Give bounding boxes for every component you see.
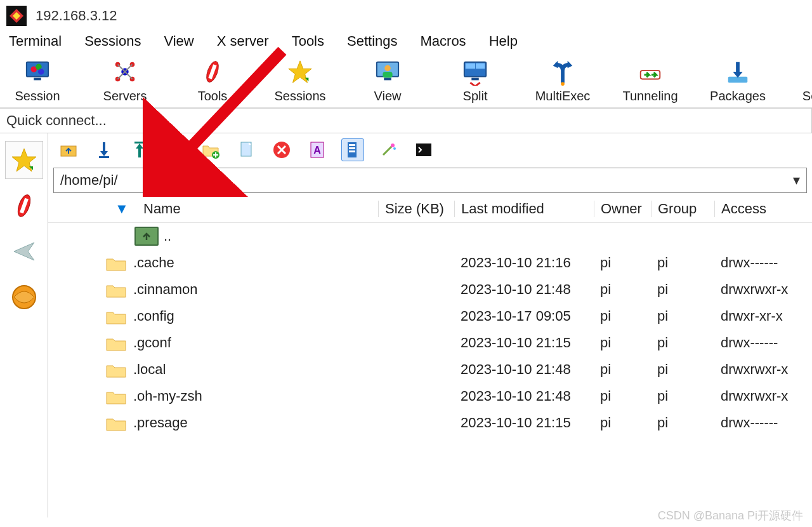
ft-font-file[interactable]: A xyxy=(306,138,329,161)
folder-icon xyxy=(105,414,127,432)
svg-point-58 xyxy=(391,143,395,147)
svg-marker-43 xyxy=(136,143,143,149)
toolbar-multiexec[interactable]: MultiExec xyxy=(538,58,587,103)
file-row[interactable]: .gconf 2023-10-10 21:15 pi pi drwx------ xyxy=(48,330,812,356)
svg-rect-44 xyxy=(134,142,145,143)
ft-delete-red[interactable] xyxy=(270,138,293,161)
star-yellow-icon xyxy=(287,58,313,85)
col-owner[interactable]: Owner xyxy=(594,201,651,217)
nodes-icon xyxy=(112,58,138,85)
folder-icon xyxy=(105,307,127,325)
terminal-icon xyxy=(414,140,434,160)
toolbar-sessions[interactable]: Sessions xyxy=(275,58,325,103)
svg-text:A: A xyxy=(313,145,321,156)
svg-point-45 xyxy=(167,142,183,157)
file-row[interactable]: .oh-my-zsh 2023-10-10 21:48 pi pi drwxrw… xyxy=(48,383,812,410)
menu-view[interactable]: View xyxy=(164,33,193,50)
properties-icon xyxy=(343,140,363,160)
menu-terminal[interactable]: Terminal xyxy=(9,33,62,50)
toolbar-split[interactable]: Split xyxy=(450,58,500,103)
ft-upload-teal[interactable] xyxy=(128,138,151,161)
folder-icon xyxy=(105,254,127,272)
parent-dir-row[interactable]: .. xyxy=(48,227,812,246)
file-row[interactable]: .config 2023-10-17 09:05 pi pi drwxr-xr-… xyxy=(48,303,812,330)
split-blue-icon xyxy=(462,58,488,85)
refresh-green-icon xyxy=(165,140,185,160)
up-folder-icon xyxy=(134,227,159,246)
menu-tools[interactable]: Tools xyxy=(292,33,324,50)
file-row[interactable]: .local 2023-10-10 21:48 pi pi drwxrwxr-x xyxy=(48,356,812,383)
file-row[interactable]: .cinnamon 2023-10-10 21:48 pi pi drwxrwx… xyxy=(48,276,812,303)
path-bar[interactable]: /home/pi/ ▾ xyxy=(53,168,807,193)
menu-sessions[interactable]: Sessions xyxy=(84,33,141,50)
ft-properties[interactable] xyxy=(341,138,364,161)
chevron-down-icon[interactable]: ▾ xyxy=(793,172,800,189)
download-blue-icon xyxy=(94,140,114,160)
ft-up-folder[interactable] xyxy=(57,138,80,161)
toolbar-tools[interactable]: Tools xyxy=(188,58,237,103)
col-modified[interactable]: Last modified xyxy=(454,201,594,217)
side-globe-orange[interactable] xyxy=(5,278,43,316)
svg-rect-55 xyxy=(349,147,355,149)
file-row[interactable]: .cache 2023-10-10 21:16 pi pi drwx------ xyxy=(48,250,812,276)
menu-macros[interactable]: Macros xyxy=(421,33,466,50)
titlebar: 192.168.3.12 xyxy=(0,0,812,32)
col-access[interactable]: Access xyxy=(714,201,806,217)
app-icon xyxy=(6,6,27,26)
toolbar-session[interactable]: Session xyxy=(13,58,62,103)
ft-refresh-green[interactable] xyxy=(164,138,187,161)
col-group[interactable]: Group xyxy=(651,201,714,217)
ft-new-file[interactable] xyxy=(235,138,258,161)
quick-connect-label: Quick connect... xyxy=(6,112,107,129)
swiss-red-icon xyxy=(199,58,226,85)
window-title: 192.168.3.12 xyxy=(36,8,117,24)
send-gray-icon xyxy=(10,237,38,265)
toolbar-servers[interactable]: Servers xyxy=(100,58,150,103)
svg-rect-42 xyxy=(99,156,109,158)
toolbar-packages[interactable]: Packages xyxy=(713,58,763,103)
quick-connect-tab[interactable]: Quick connect... xyxy=(0,108,812,133)
main-toolbar: SessionServersToolsSessionsViewSplitMult… xyxy=(0,52,812,108)
side-swiss-red[interactable] xyxy=(5,187,43,225)
fork-blue-icon xyxy=(549,58,576,85)
upload-teal-icon xyxy=(129,140,150,160)
left-sidebar xyxy=(0,133,48,517)
toolbar-tunneling[interactable]: Tunneling xyxy=(625,58,675,103)
side-star-yellow[interactable] xyxy=(5,141,43,179)
col-size[interactable]: Size (KB) xyxy=(378,201,454,217)
ft-terminal[interactable] xyxy=(412,138,435,161)
ft-wand[interactable] xyxy=(377,138,400,161)
swiss-red-icon xyxy=(10,192,38,220)
svg-rect-54 xyxy=(349,144,355,146)
tunnel-green-icon xyxy=(637,58,664,85)
delete-red-icon xyxy=(272,140,292,160)
new-folder-icon xyxy=(200,140,221,160)
folder-icon xyxy=(105,334,127,352)
sort-indicator-icon[interactable]: ▼ xyxy=(115,201,129,217)
up-folder-icon xyxy=(58,140,79,160)
ft-download-blue[interactable] xyxy=(93,138,115,161)
svg-rect-56 xyxy=(349,150,355,152)
menu-help[interactable]: Help xyxy=(489,33,518,50)
svg-point-59 xyxy=(393,147,396,150)
file-list-body: .. .cache 2023-10-10 21:16 pi pi drwx---… xyxy=(48,223,812,517)
download-blue-icon xyxy=(724,58,751,85)
toolbar-view[interactable]: View xyxy=(363,58,412,103)
ft-new-folder[interactable] xyxy=(199,138,222,161)
file-list-header: ▼ Name Size (KB) Last modified Owner Gro… xyxy=(48,196,812,223)
menu-settings[interactable]: Settings xyxy=(347,33,398,50)
side-send-gray[interactable] xyxy=(5,232,43,270)
col-name[interactable]: Name xyxy=(105,201,378,217)
new-file-icon xyxy=(236,140,256,160)
file-row[interactable]: .presage 2023-10-10 21:15 pi pi drwx----… xyxy=(48,410,812,436)
menu-x-server[interactable]: X server xyxy=(217,33,269,50)
up-label: .. xyxy=(164,228,171,244)
menubar: TerminalSessionsViewX serverToolsSetting… xyxy=(0,32,812,52)
folder-icon xyxy=(105,281,127,298)
folder-icon xyxy=(105,387,127,405)
path-text: /home/pi/ xyxy=(60,172,793,189)
globe-orange-icon xyxy=(10,283,38,311)
wand-icon xyxy=(378,140,398,160)
file-area: A /home/pi/ ▾ ▼ Name Size (KB) Last modi… xyxy=(48,133,812,517)
toolbar-settings[interactable]: Settings xyxy=(801,58,812,103)
